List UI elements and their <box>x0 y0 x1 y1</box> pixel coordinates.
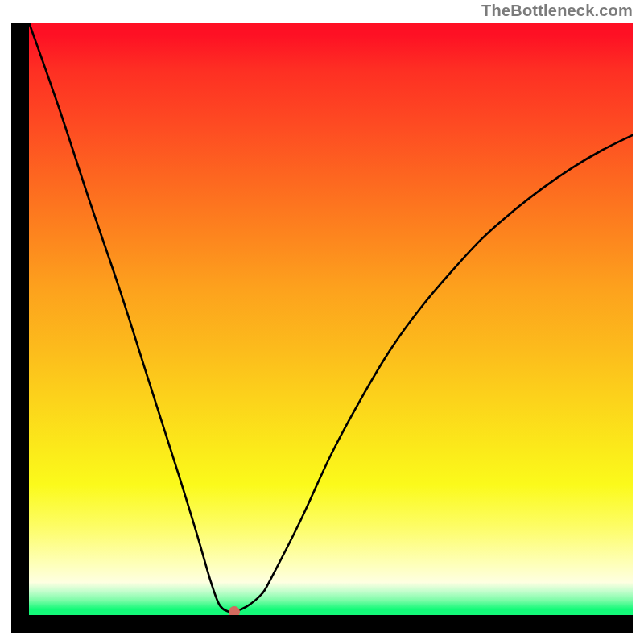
optimum-marker <box>229 606 240 615</box>
plot-area <box>29 23 633 615</box>
chart-container: TheBottleneck.com <box>0 0 644 644</box>
attribution-text: TheBottleneck.com <box>481 2 633 20</box>
curve-svg <box>29 23 633 615</box>
plot-frame <box>11 23 633 633</box>
bottleneck-curve <box>29 23 633 613</box>
